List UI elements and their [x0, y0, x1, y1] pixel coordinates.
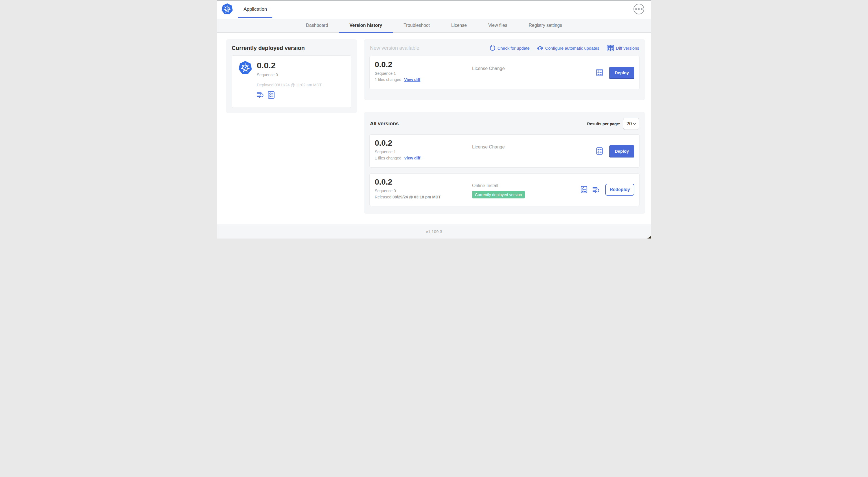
tab-registry-settings[interactable]: Registry settings [518, 19, 572, 32]
files-changed: 1 files changed [375, 77, 401, 82]
deployed-version-number: 0.0.2 [257, 61, 322, 70]
ellipsis-icon [635, 8, 637, 10]
app-options-button[interactable] [633, 4, 644, 14]
tab-version-history[interactable]: Version history [339, 19, 393, 32]
view-diff-link[interactable]: View diff [404, 156, 420, 160]
diff-icon [607, 45, 614, 51]
deploy-button[interactable]: Deploy [609, 145, 634, 157]
app-nav: Dashboard Version history Troubleshoot L… [217, 19, 651, 32]
deploy-button[interactable]: Deploy [609, 67, 634, 78]
version-row: 0.0.2 Sequence 0 Released 08/29/24 @ 03:… [369, 173, 640, 206]
deployed-timestamp: Deployed 09/11/24 @ 11:02 am MDT [257, 83, 322, 87]
preflight-checklist-icon[interactable] [581, 186, 587, 193]
new-version-panel: New version available Check for update [364, 39, 645, 100]
diff-versions-link[interactable]: Diff versions [607, 45, 639, 51]
version-source: License Change [472, 145, 505, 149]
window-edge [217, 0, 651, 1]
kots-admin-console: Application Dashboard Version history Tr… [217, 0, 651, 239]
version-number: 0.0.2 [375, 139, 472, 148]
tab-troubleshoot[interactable]: Troubleshoot [393, 19, 440, 32]
currently-deployed-title: Currently deployed version [232, 45, 351, 51]
app-title: Application [244, 6, 267, 12]
view-diff-link[interactable]: View diff [404, 77, 420, 82]
version-sequence: Sequence 1 [375, 150, 472, 154]
kubernetes-logo-icon [221, 3, 233, 15]
version-sequence: Sequence 0 [375, 188, 472, 193]
chevron-down-icon [632, 122, 636, 125]
all-versions-title: All versions [370, 121, 399, 127]
new-version-title: New version available [370, 45, 419, 51]
check-for-update-link[interactable]: Check for update [489, 45, 530, 51]
files-changed: 1 files changed [375, 156, 401, 160]
version-source: Online Install [472, 183, 581, 188]
deployed-sequence: Sequence 0 [257, 72, 322, 77]
top-bar: Application [217, 0, 651, 18]
new-version-row: 0.0.2 Sequence 1 1 files changed View di… [369, 56, 640, 89]
released-timestamp: Released 08/29/24 @ 03:18 pm MDT [375, 195, 441, 199]
version-number: 0.0.2 [375, 178, 472, 186]
console-version: v1.109.3 [426, 229, 442, 234]
view-logs-icon[interactable] [593, 186, 600, 193]
version-sequence: Sequence 1 [375, 71, 472, 76]
configure-automatic-updates-link[interactable]: Configure automatic updates [537, 45, 599, 51]
results-per-page-select[interactable]: 20 [623, 118, 639, 130]
currently-deployed-card: 0.0.2 Sequence 0 Deployed 09/11/24 @ 11:… [232, 55, 351, 108]
active-app-tab-indicator [238, 17, 272, 18]
footer: v1.109.3 [217, 225, 651, 239]
tab-view-files[interactable]: View files [477, 19, 518, 32]
tab-license[interactable]: License [440, 19, 477, 32]
view-logs-icon[interactable] [257, 91, 264, 99]
tab-dashboard[interactable]: Dashboard [295, 19, 339, 32]
currently-deployed-badge: Currently deployed version [472, 191, 525, 199]
currently-deployed-panel: Currently deployed version 0.0 [226, 39, 357, 113]
preflight-checklist-icon[interactable] [268, 91, 275, 99]
version-source: License Change [472, 66, 505, 71]
kubernetes-logo-icon [238, 61, 252, 75]
refresh-icon [489, 45, 496, 51]
preflight-checklist-icon[interactable] [596, 147, 603, 155]
preflight-checklist-icon[interactable] [596, 69, 603, 76]
version-row: 0.0.2 Sequence 1 1 files changed View di… [369, 135, 640, 168]
redeploy-button[interactable]: Redeploy [605, 184, 634, 196]
app-tab-application[interactable]: Application [238, 0, 272, 18]
results-per-page-label: Results per page: [587, 122, 620, 126]
version-number: 0.0.2 [375, 60, 472, 69]
all-versions-panel: All versions Results per page: 20 0.0.2 … [364, 112, 645, 214]
schedule-update-icon [537, 45, 543, 51]
